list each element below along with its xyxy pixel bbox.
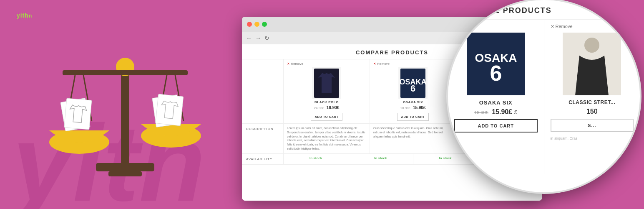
magnify-overlay: ⤢ COMPARE PRODUCTS Remove OSAKA 6 OSAKA … xyxy=(448,0,640,192)
logo-text: yith xyxy=(17,12,29,19)
price-old-2: 18.90£ xyxy=(400,106,410,110)
product-col-1: Remove BLACK POLO 24.90£ 19.90£ ADD TO C… xyxy=(284,59,370,123)
maximize-dot[interactable] xyxy=(262,22,267,27)
forward-button[interactable]: → xyxy=(255,35,261,41)
scale-illustration xyxy=(25,25,234,201)
close-dot[interactable] xyxy=(247,22,252,27)
desc-col-2: Cras scelerisque cursus erat in aliquam.… xyxy=(370,124,456,153)
price-old-1: 24.90£ xyxy=(314,106,324,110)
svg-text:6: 6 xyxy=(410,83,415,94)
svg-rect-0 xyxy=(121,67,129,167)
availability-3: In stock xyxy=(417,156,474,160)
refresh-button[interactable]: ↻ xyxy=(264,35,269,41)
product-image-2: OSAKA 6 xyxy=(398,67,428,99)
product-name-2: OSAKA SIX xyxy=(373,100,453,104)
add-to-cart-button-1[interactable]: ADD TO CART xyxy=(311,113,342,121)
mag-image-classic xyxy=(563,33,621,95)
mag-image-osaka: OSAKA 6 xyxy=(467,33,525,95)
mag-extra-text: in aliquam. Cras xyxy=(551,136,634,140)
mag-name-osaka: OSAKA SIX xyxy=(454,99,538,106)
availability-label: AVAILABILITY xyxy=(242,154,284,164)
yith-logo: yithn xyxy=(17,12,32,25)
mag-price-old-osaka: 18.90£ xyxy=(474,110,488,115)
svg-rect-12 xyxy=(64,98,92,130)
product-col-2: Remove OSAKA 6 OSAKA SIX 18.90£ 15.90£ A… xyxy=(370,59,456,123)
minimize-dot[interactable] xyxy=(254,22,259,27)
add-to-cart-button-mag[interactable]: ADD TO CART xyxy=(454,119,538,133)
svg-rect-4 xyxy=(63,70,188,75)
logo-superscript: n xyxy=(29,13,32,19)
svg-rect-14 xyxy=(156,94,184,126)
description-label: DESCRIPTION xyxy=(242,124,284,153)
svg-text:6: 6 xyxy=(490,61,502,85)
mag-price-new-classic: 150 xyxy=(586,108,598,115)
desc-col-1: Lorem ipsum dolor sit amet, consectetur … xyxy=(284,124,370,153)
availability-2: In stock xyxy=(352,156,409,160)
svg-point-24 xyxy=(584,38,599,53)
svg-rect-2 xyxy=(108,171,142,176)
mag-price-new-osaka: 15.90£ xyxy=(492,108,512,115)
expand-icon[interactable]: ⤢ xyxy=(614,25,619,32)
avail-col-2: In stock xyxy=(348,154,413,164)
mag-products-row: Remove OSAKA 6 OSAKA SIX 18.90£ 15.90£ £… xyxy=(448,20,640,174)
remove-product-2[interactable]: Remove xyxy=(373,62,453,66)
svg-rect-1 xyxy=(96,163,154,171)
price-new-1: 19.90£ xyxy=(327,105,340,110)
remove-product-1[interactable]: Remove xyxy=(287,62,366,66)
product-image-1 xyxy=(312,67,341,99)
back-button[interactable]: ← xyxy=(246,35,252,41)
avail-col-1: In stock xyxy=(284,154,348,164)
add-to-cart-button-2[interactable]: ADD TO CART xyxy=(397,113,428,121)
label-spacer xyxy=(242,59,284,123)
desc-text-1: Lorem ipsum dolor sit amet, consectetur … xyxy=(287,126,366,151)
desc-text-2: Cras scelerisque cursus erat in aliquam.… xyxy=(373,126,453,138)
price-new-2: 15.90£ xyxy=(413,105,426,110)
availability-1: In stock xyxy=(287,156,345,160)
mag-name-classic: CLASSIC STRET... xyxy=(551,99,634,105)
product-name-1: BLACK POLO xyxy=(287,100,366,104)
set-options-button-mag[interactable]: S... xyxy=(551,119,634,132)
